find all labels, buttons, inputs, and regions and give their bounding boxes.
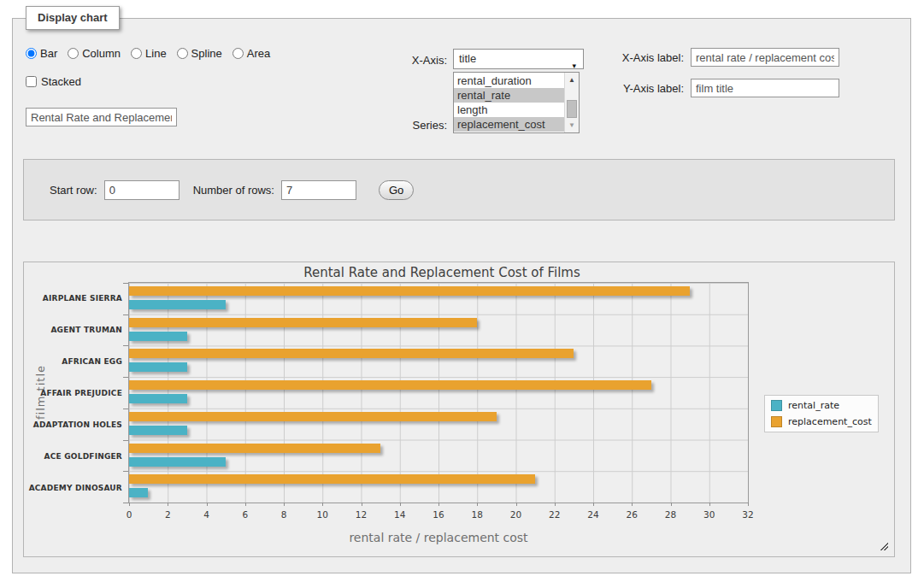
bar-rental_rate [129, 300, 226, 309]
x-axis-tick-label: 10 [317, 509, 328, 520]
radio-button[interactable] [232, 48, 244, 59]
chart-type-radio-bar[interactable]: Bar [26, 47, 57, 60]
chart-title-input[interactable] [26, 108, 177, 126]
y-axis-tick [123, 503, 128, 503]
y-axis-tick [123, 283, 128, 284]
y-axis-title: film title [34, 365, 47, 420]
x-axis-select-label: X-Axis: [359, 54, 447, 67]
x-axis-tick [129, 503, 130, 506]
num-rows-input[interactable] [281, 180, 356, 200]
series-option-rental_rate[interactable]: rental_rate [454, 88, 564, 103]
radio-label: Bar [40, 47, 57, 60]
legend-item-rental_rate: rental_rate [771, 400, 872, 411]
radio-button[interactable] [131, 48, 142, 59]
stacked-checkbox[interactable] [26, 76, 37, 87]
series-multiselect[interactable]: rental_durationrental_ratelengthreplacem… [453, 72, 580, 133]
series-option-length[interactable]: length [454, 103, 564, 117]
chart-type-radio-column[interactable]: Column [68, 47, 121, 60]
scroll-down-icon[interactable]: ▼ [566, 119, 578, 132]
x-axis-tick-label: 14 [394, 509, 405, 520]
x-axis-select[interactable]: title ▾ [453, 49, 584, 69]
bar-rental_rate [129, 332, 187, 341]
bar-group-1 [129, 315, 748, 346]
x-axis-tick-label: 24 [587, 509, 598, 520]
x-axis-tick [555, 503, 556, 506]
x-axis-tick-label: 12 [356, 509, 367, 520]
resize-handle-icon[interactable] [879, 541, 888, 550]
x-axis-tick-label: 0 [127, 509, 132, 520]
radio-label: Column [82, 47, 121, 60]
y-axis-tick [123, 315, 128, 315]
x-axis-tick [671, 503, 672, 506]
x-axis-tick-label: 26 [627, 509, 638, 520]
scroll-up-icon[interactable]: ▲ [566, 73, 578, 86]
x-axis-tick [709, 503, 710, 506]
radio-button[interactable] [68, 48, 79, 59]
x-axis-tick [245, 503, 246, 506]
chart-legend: rental_ratereplacement_cost [764, 395, 879, 432]
series-option-replacement_cost[interactable]: replacement_cost [454, 117, 564, 132]
x-axis-tick-label: 32 [742, 509, 753, 520]
x-axis-label-caption: X-Axis label: [598, 51, 684, 64]
bar-group-3 [129, 377, 748, 409]
bar-replacement_cost [129, 349, 574, 358]
x-axis-tick [516, 503, 517, 506]
legend-swatch [771, 416, 782, 427]
chart-type-radio-spline[interactable]: Spline [177, 47, 222, 60]
radio-button[interactable] [26, 48, 37, 59]
category-label: AIRPLANE SIERRA [24, 282, 122, 314]
x-axis-tick [207, 503, 208, 506]
bar-group-6 [129, 471, 748, 503]
bar-rental_rate [129, 394, 187, 403]
go-button[interactable]: Go [379, 180, 414, 200]
x-axis-tick [748, 503, 749, 506]
stacked-checkbox-row[interactable]: Stacked [26, 75, 81, 88]
series-select-label: Series: [359, 119, 447, 132]
legend-swatch [771, 400, 782, 411]
series-option-rental_duration[interactable]: rental_duration [454, 73, 564, 88]
y-axis-label-caption: Y-Axis label: [598, 82, 684, 95]
x-axis-tick-label: 6 [242, 509, 248, 520]
radio-label: Area [247, 47, 270, 60]
bar-group-4 [129, 409, 748, 440]
scrollbar-thumb[interactable] [567, 100, 577, 118]
radio-label: Line [145, 47, 167, 60]
y-axis-tick [123, 345, 128, 346]
x-axis-tick [362, 503, 362, 506]
chart-type-radio-group: BarColumnLineSplineArea [26, 47, 270, 60]
bar-replacement_cost [129, 286, 690, 296]
start-row-label: Start row: [50, 184, 97, 197]
x-axis-tick [322, 503, 323, 506]
chart-title: Rental Rate and Replacement Cost of Film… [24, 265, 860, 280]
x-axis-tick [593, 503, 594, 506]
radio-button[interactable] [177, 48, 188, 59]
y-axis-tick [123, 471, 128, 472]
bar-group-2 [129, 345, 748, 377]
start-row-input[interactable] [104, 180, 180, 200]
x-axis-tick-label: 16 [433, 509, 444, 520]
x-axis-tick-label: 18 [472, 509, 483, 520]
y-axis-tick [123, 377, 128, 378]
chart-type-radio-area[interactable]: Area [232, 47, 270, 60]
plot-area: 02468101214161820222426283032 [128, 282, 749, 503]
bar-replacement_cost [129, 474, 535, 484]
x-axis-title: rental rate / replacement cost [128, 531, 749, 544]
bar-rental_rate [129, 362, 187, 372]
x-axis-tick-label: 8 [281, 509, 287, 520]
page: Display chart BarColumnLineSplineArea St… [0, 0, 924, 582]
y-axis-tick [123, 409, 128, 409]
bar-group-5 [129, 440, 748, 472]
num-rows-label: Number of rows: [193, 184, 274, 197]
bar-rental_rate [129, 457, 226, 467]
category-label: AGENT TRUMAN [24, 314, 122, 345]
bar-rental_rate [129, 426, 187, 435]
y-axis-label-input[interactable] [691, 79, 839, 97]
x-axis-tick [284, 503, 285, 506]
series-scrollbar[interactable]: ▲ ▼ [564, 73, 579, 132]
x-axis-tick [400, 503, 401, 506]
x-axis-tick [168, 503, 168, 506]
chart-type-radio-line[interactable]: Line [131, 47, 167, 60]
x-axis-tick [632, 503, 633, 506]
x-axis-label-input[interactable] [691, 48, 839, 67]
x-axis-tick [438, 503, 439, 506]
